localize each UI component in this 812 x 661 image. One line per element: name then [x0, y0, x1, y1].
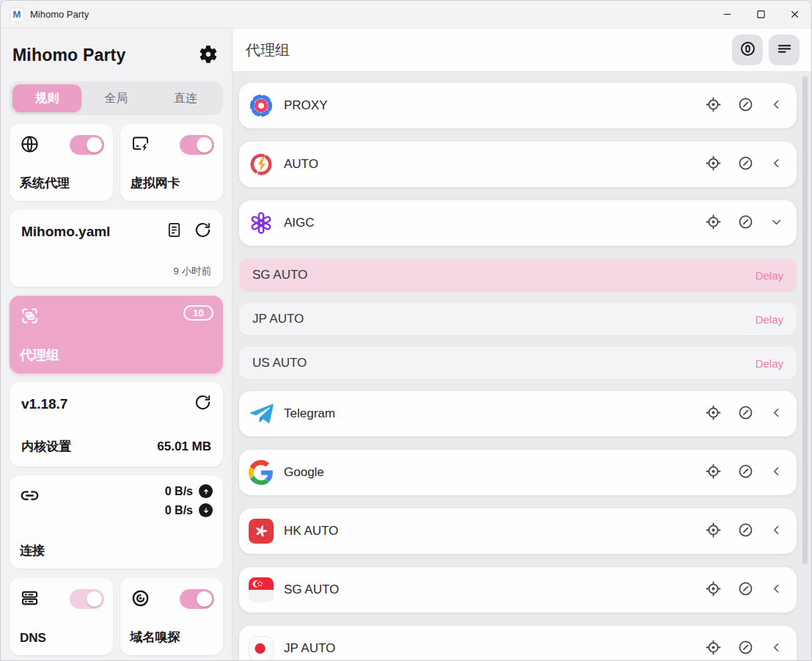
group-row-proxy[interactable]: PROXY — [239, 83, 797, 128]
google-icon — [249, 460, 274, 485]
proxy-group-list: PROXY AUTO — [233, 72, 811, 660]
circled-zero-icon — [739, 40, 756, 60]
locate-icon[interactable] — [705, 580, 722, 600]
locate-icon[interactable] — [705, 639, 722, 659]
tun-card[interactable]: 虚拟网卡 — [120, 124, 224, 201]
proxy-node-name: SG AUTO — [252, 268, 756, 282]
proxy-node-row-us-auto[interactable]: US AUTO Delay — [239, 347, 797, 379]
proxy-groups-count-badge: 10 — [183, 305, 213, 321]
download-rate: 0 B/s — [165, 504, 193, 517]
speedtest-icon[interactable] — [737, 155, 754, 175]
flag-hk-icon — [249, 519, 274, 544]
chevron-left-icon[interactable] — [769, 464, 783, 481]
tab-direct[interactable]: 直连 — [151, 84, 220, 112]
connections-card[interactable]: 0 B/s 0 B/s 连接 — [10, 475, 223, 569]
speedtest-icon[interactable] — [737, 522, 754, 541]
sniffer-icon — [131, 588, 150, 611]
speedtest-icon[interactable] — [737, 463, 754, 483]
group-name: HK AUTO — [284, 524, 705, 538]
minimize-button[interactable] — [710, 1, 744, 28]
group-name: Google — [284, 465, 705, 480]
scrollbar-thumb[interactable] — [802, 76, 808, 564]
chevron-left-icon[interactable] — [769, 406, 783, 423]
close-button[interactable] — [778, 1, 811, 28]
titlebar-title: Mihomo Party — [30, 9, 89, 20]
locate-icon[interactable] — [705, 463, 722, 483]
app-logo-icon: M — [10, 7, 24, 22]
group-row-hk-auto[interactable]: HK AUTO — [239, 508, 797, 554]
locate-icon[interactable] — [705, 155, 722, 175]
chevron-left-icon[interactable] — [769, 582, 783, 599]
flag-jp-icon — [249, 636, 274, 660]
dns-card[interactable]: DNS — [10, 578, 113, 655]
titlebar: M Mihomo Party — [1, 1, 811, 29]
locate-icon[interactable] — [705, 522, 722, 541]
core-version: v1.18.7 — [21, 396, 67, 412]
speedtest-icon[interactable] — [737, 213, 754, 233]
core-settings-card[interactable]: v1.18.7 内核设置 65.01 MB — [10, 382, 223, 467]
sniffer-card[interactable]: 域名嗅探 — [120, 578, 224, 655]
chevron-left-icon[interactable] — [769, 523, 783, 540]
refresh-profile-icon[interactable] — [194, 222, 211, 241]
locate-icon[interactable] — [705, 404, 722, 424]
chevron-left-icon[interactable] — [769, 98, 783, 114]
tun-toggle[interactable] — [180, 135, 214, 155]
arrow-up-circle-icon — [199, 484, 213, 498]
locate-icon[interactable] — [705, 96, 722, 116]
group-name: AUTO — [284, 157, 705, 172]
delay-test-button[interactable]: Delay — [756, 269, 783, 282]
sniffer-toggle[interactable] — [180, 589, 214, 609]
scan-group-icon — [20, 306, 40, 329]
file-text-icon[interactable] — [166, 222, 183, 241]
group-row-sg-auto[interactable]: SG AUTO — [239, 567, 797, 613]
delay-display-button[interactable] — [732, 34, 763, 65]
chevron-left-icon[interactable] — [769, 156, 783, 173]
flag-sg-icon — [249, 577, 274, 602]
refresh-core-icon[interactable] — [194, 394, 211, 414]
server-icon — [20, 588, 40, 611]
speedtest-icon[interactable] — [737, 639, 754, 659]
group-row-aigc[interactable]: AIGC — [239, 200, 797, 246]
system-proxy-card[interactable]: 系统代理 — [10, 124, 113, 201]
tun-label: 虚拟网卡 — [131, 175, 180, 191]
chevron-left-icon[interactable] — [769, 640, 783, 657]
profile-card[interactable]: Mihomo.yaml 9 小时前 — [10, 210, 223, 287]
tab-rule[interactable]: 规则 — [12, 84, 81, 112]
delay-test-button[interactable]: Delay — [756, 313, 783, 326]
group-row-jp-auto[interactable]: JP AUTO — [239, 626, 797, 660]
outbound-mode-tabs: 规则 全局 直连 — [10, 81, 223, 115]
chevron-down-icon[interactable] — [769, 215, 783, 232]
group-row-auto[interactable]: AUTO — [239, 142, 797, 187]
settings-button[interactable] — [198, 44, 220, 66]
globe-icon — [20, 134, 40, 157]
sniffer-label: 域名嗅探 — [131, 629, 180, 646]
main-header: 代理组 — [233, 29, 811, 72]
speedtest-icon[interactable] — [737, 96, 754, 116]
dns-toggle[interactable] — [70, 589, 104, 609]
tab-global[interactable]: 全局 — [81, 84, 150, 112]
group-row-telegram[interactable]: Telegram — [239, 391, 797, 437]
layout-toggle-button[interactable] — [769, 34, 800, 65]
connections-label: 连接 — [20, 542, 45, 559]
group-name: Telegram — [284, 406, 705, 421]
delay-test-button[interactable]: Delay — [756, 357, 783, 370]
telegram-icon — [249, 401, 274, 426]
sidebar: Mihomo Party 规则 全局 直连 系统代理 — [1, 29, 233, 660]
locate-icon[interactable] — [705, 213, 722, 233]
speedtest-icon[interactable] — [737, 580, 754, 600]
tun-card-icon — [131, 134, 150, 157]
profile-updated-time: 9 小时前 — [173, 265, 211, 278]
group-row-google[interactable]: Google — [239, 450, 797, 495]
dns-label: DNS — [20, 631, 46, 646]
maximize-button[interactable] — [744, 1, 778, 28]
system-proxy-toggle[interactable] — [70, 135, 104, 155]
core-memory: 65.01 MB — [157, 439, 211, 454]
proxy-logo-icon — [249, 93, 274, 118]
proxy-node-row-sg-auto[interactable]: SG AUTO Delay — [239, 259, 797, 291]
openai-icon — [249, 211, 274, 235]
arrow-down-circle-icon — [199, 503, 213, 517]
speedtest-icon[interactable] — [737, 404, 754, 424]
proxy-groups-card[interactable]: 10 代理组 — [10, 296, 223, 373]
proxy-node-row-jp-auto[interactable]: JP AUTO Delay — [239, 303, 797, 335]
system-proxy-label: 系统代理 — [20, 175, 70, 191]
